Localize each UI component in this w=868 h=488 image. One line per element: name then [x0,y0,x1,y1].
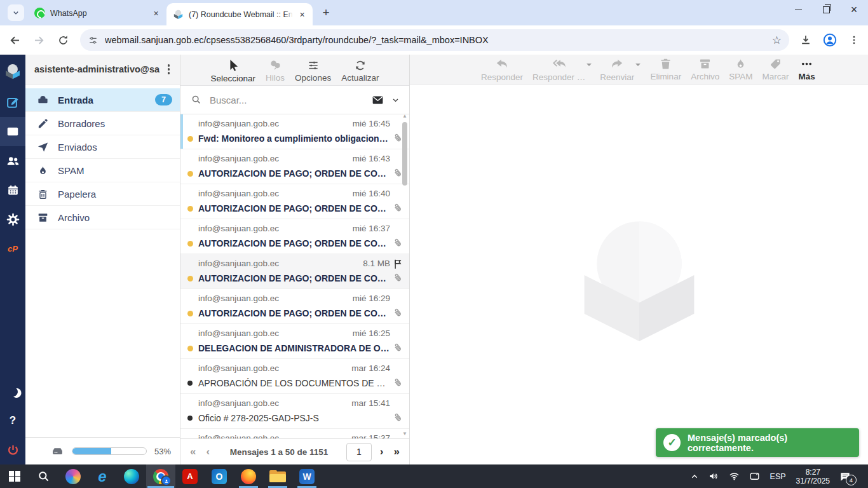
start-button[interactable] [0,464,29,488]
reload-button[interactable] [53,30,72,50]
sidebar-item-calendar[interactable] [0,175,25,205]
taskbar-acrobat-button[interactable]: A [175,464,205,488]
spam-button[interactable]: SPAM [729,57,752,81]
tab-close-button[interactable]: × [151,8,161,18]
tray-device-button[interactable] [747,470,763,482]
taskbar-search-button[interactable] [29,464,58,488]
dropdown-caret-icon[interactable] [635,64,641,69]
tab-search-button[interactable] [8,4,24,21]
message-row[interactable]: info@sanjuan.gob.ec mié 16:29 AUTORIZACI… [180,289,409,324]
profile-button[interactable] [820,30,840,50]
reload-icon [57,34,69,46]
window-minimize-button[interactable] [784,0,812,19]
message-row[interactable]: info@sanjuan.gob.ec mar 15:37 [180,429,409,438]
tab-roundcube[interactable]: (7) Roundcube Webmail :: Entra × [166,3,313,25]
scroll-up-icon[interactable]: ▲ [402,113,407,119]
sidebar-item-cpanel[interactable]: cP [0,234,25,263]
read-status-dot[interactable] [187,241,193,247]
mark-button[interactable]: Marcar [762,57,789,81]
help-icon: ? [10,414,16,427]
taskbar-copilot-button[interactable] [58,464,88,488]
read-status-dot[interactable] [187,206,193,212]
message-row[interactable]: info@sanjuan.gob.ec 8.1 MB AUTORIZACION … [180,254,409,289]
downloads-button[interactable] [796,30,816,50]
taskbar-edge-button[interactable] [117,464,146,488]
read-status-dot[interactable] [187,171,193,177]
sidebar-item-logout[interactable] [0,435,25,464]
sidebar-item-mail[interactable] [0,117,25,146]
message-row[interactable]: info@sanjuan.gob.ec mar 15:41 Oficio # 2… [180,394,409,429]
read-status-dot[interactable] [187,311,193,316]
folder-item-papelera[interactable]: Papelera [25,182,180,206]
options-button[interactable]: Opciones [295,59,331,83]
list-scrollbar[interactable]: ▲ ▼ [401,112,409,438]
next-page-button[interactable]: › [378,445,386,458]
prev-page-button[interactable]: ‹ [204,445,212,458]
delete-button[interactable]: Eliminar [650,57,681,81]
account-menu-button[interactable] [164,62,174,77]
sidebar-item-settings[interactable] [0,205,25,234]
folder-item-entrada[interactable]: Entrada 7 [25,88,180,112]
search-scope-mail-icon[interactable] [371,93,384,107]
sidebar-item-contacts[interactable] [0,146,25,175]
read-status-dot[interactable] [187,276,193,281]
taskbar-ie-button[interactable]: e [88,464,117,488]
read-status-dot[interactable] [187,136,193,142]
folder-item-enviados[interactable]: Enviados [25,135,180,159]
refresh-button[interactable]: Actualizar [341,59,379,83]
dropdown-caret-icon[interactable] [587,64,592,69]
window-restore-button[interactable] [812,0,840,19]
archive-button[interactable]: Archivo [691,57,719,81]
folder-item-spam[interactable]: SPAM [25,159,180,182]
reply-button[interactable]: Responder [481,57,523,82]
taskbar-chrome-button[interactable] [146,464,175,488]
taskbar-firefox-button[interactable] [234,464,263,488]
more-button[interactable]: Más [798,57,815,81]
notification-center-button[interactable]: 4 [837,470,857,483]
sidebar-item-help[interactable]: ? [0,406,25,435]
last-page-button[interactable]: » [392,445,402,458]
scroll-down-icon[interactable]: ▼ [402,431,407,437]
address-bar[interactable]: webmail.sanjuan.gob.ec/cpsess5382568460/… [80,29,789,51]
sidebar-item-compose[interactable] [0,88,25,117]
network-button[interactable] [726,470,742,482]
message-row[interactable]: info@sanjuan.gob.ec mié 16:37 AUTORIZACI… [180,219,409,254]
taskbar-outlook-button[interactable]: O [205,464,234,488]
threads-button[interactable]: Hilos [266,58,285,83]
read-status-dot[interactable] [187,416,193,421]
tab-close-button[interactable]: × [297,9,308,20]
forward-button[interactable] [29,30,48,50]
message-row[interactable]: info@sanjuan.gob.ec mié 16:25 DELEGACION… [180,324,409,359]
volume-button[interactable] [706,470,722,482]
tab-whatsapp[interactable]: WhatsApp × [28,3,166,24]
taskbar-clock[interactable]: 8:27 31/7/2025 [794,468,832,485]
folder-item-archivo[interactable]: Archivo [25,206,180,229]
taskbar-explorer-button[interactable] [263,464,292,488]
message-row[interactable]: info@sanjuan.gob.ec mié 16:45 Fwd: Monit… [180,114,409,149]
reply-all-button[interactable]: Responder … [532,57,585,82]
message-row[interactable]: info@sanjuan.gob.ec mar 16:24 APROBACIÓN… [180,359,409,394]
folder-item-borradores[interactable]: Borradores [25,112,180,135]
back-button[interactable] [5,30,24,50]
browser-menu-button[interactable] [844,30,864,50]
select-button[interactable]: Seleccionar [211,58,256,83]
roundcube-logo-icon [4,62,22,80]
message-row[interactable]: info@sanjuan.gob.ec mié 16:40 AUTORIZACI… [180,184,409,219]
language-indicator[interactable]: ESP [767,472,789,481]
search-input[interactable] [208,94,365,106]
message-row[interactable]: info@sanjuan.gob.ec mié 16:43 AUTORIZACI… [180,149,409,184]
bookmark-star-icon[interactable]: ☆ [772,34,782,47]
taskbar-word-button[interactable]: W [292,464,322,488]
tray-expand-button[interactable] [688,471,702,482]
forward-button[interactable]: Reenviar [600,57,634,82]
first-page-button[interactable]: « [188,445,198,458]
search-options-chevron-icon[interactable] [391,95,400,105]
scrollbar-thumb[interactable] [402,122,407,186]
quota-indicator: 53% [25,437,180,464]
read-status-dot[interactable] [187,346,193,351]
read-status-dot[interactable] [187,381,193,386]
page-number-input[interactable] [346,443,372,461]
window-close-button[interactable]: × [840,0,868,19]
new-tab-button[interactable]: + [318,4,334,21]
sidebar-item-darkmode[interactable] [0,377,25,406]
